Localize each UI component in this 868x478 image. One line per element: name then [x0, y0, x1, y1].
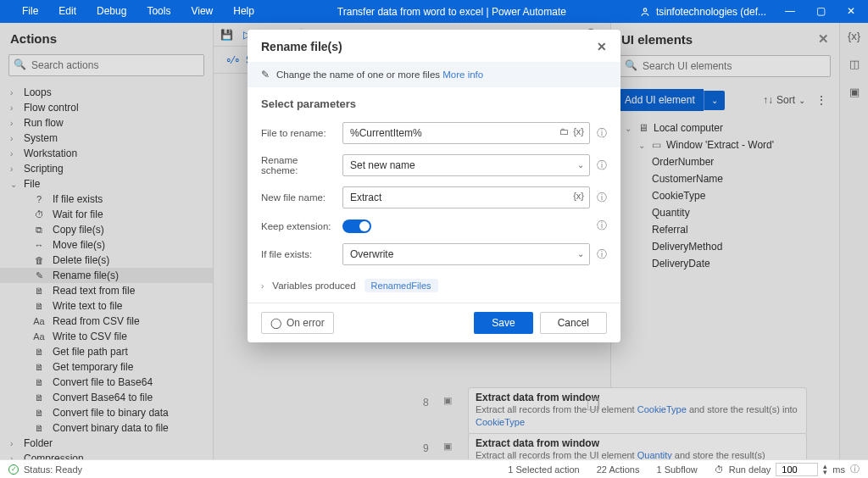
label-keep-extension: Keep extension:	[261, 221, 336, 231]
menu-file[interactable]: File	[12, 0, 48, 23]
label-new-file-name: New file name:	[261, 192, 336, 203]
menu-tools[interactable]: Tools	[136, 0, 181, 23]
status-selected: 1 Selected action	[508, 464, 579, 475]
modal-overlay: Rename file(s) ✕ ✎ Change the name of on…	[0, 23, 868, 459]
window-title: Transfer data from word to excel | Power…	[264, 6, 639, 18]
chevron-down-icon: ⌄	[577, 160, 584, 170]
info-icon[interactable]: ⓘ	[597, 191, 607, 205]
close-icon[interactable]: ✕	[597, 40, 607, 53]
menu-help[interactable]: Help	[223, 0, 264, 23]
window-maximize[interactable]: ▢	[809, 0, 832, 23]
dialog-title: Rename file(s)	[261, 40, 342, 53]
rundelay-unit: ms	[832, 464, 845, 475]
rundelay-icon: ⏱	[715, 464, 724, 475]
window-minimize[interactable]: —	[778, 0, 802, 23]
save-button[interactable]: Save	[474, 312, 532, 334]
status-subflows: 1 Subflow	[656, 464, 697, 475]
info-icon[interactable]: ⓘ	[597, 126, 607, 141]
rename-files-dialog: Rename file(s) ✕ ✎ Change the name of on…	[248, 30, 620, 342]
menu-edit[interactable]: Edit	[48, 0, 86, 23]
svg-point-0	[643, 8, 647, 10]
menu-debug[interactable]: Debug	[86, 0, 136, 23]
variable-icon[interactable]: {x}	[573, 191, 584, 201]
variable-chip-renamedfiles[interactable]: RenamedFiles	[364, 279, 438, 292]
info-icon[interactable]: ⓘ	[597, 219, 607, 233]
shield-icon: ◯	[270, 317, 281, 329]
rename-scheme-select[interactable]: Set new name⌄	[342, 154, 590, 176]
if-file-exists-select[interactable]: Overwrite⌄	[342, 243, 590, 265]
file-to-rename-input[interactable]: %CurrentItem% 🗀 {x}	[342, 122, 590, 144]
status-ready: Status: Ready	[24, 464, 82, 475]
more-info-link[interactable]: More info	[442, 69, 483, 80]
menu-view[interactable]: View	[181, 0, 223, 23]
status-bar: ✓Status: Ready 1 Selected action 22 Acti…	[0, 459, 868, 478]
variable-icon[interactable]: {x}	[573, 126, 584, 136]
account-picker[interactable]: tsinfotechnologies (def...	[639, 6, 771, 18]
rundelay-input[interactable]	[776, 463, 818, 476]
new-file-name-input[interactable]: Extract {x}	[342, 186, 590, 208]
cancel-button[interactable]: Cancel	[540, 312, 607, 334]
info-icon[interactable]: ⓘ	[597, 247, 607, 262]
chevron-right-icon[interactable]: ›	[261, 281, 264, 291]
ok-icon: ✓	[8, 464, 19, 475]
chevron-down-icon: ⌄	[577, 249, 584, 258]
status-info-icon[interactable]: ⓘ	[850, 463, 860, 475]
file-picker-icon[interactable]: 🗀	[559, 126, 569, 136]
section-header: Select parameters	[261, 97, 607, 117]
label-rename-scheme: Rename scheme:	[261, 155, 336, 175]
stepper-icon[interactable]: ▴▾	[823, 464, 827, 475]
variables-produced-label[interactable]: Variables produced	[272, 281, 355, 291]
label-if-file-exists: If file exists:	[261, 249, 336, 259]
on-error-button[interactable]: ◯On error	[261, 312, 334, 334]
status-actions: 22 Actions	[597, 464, 640, 475]
label-file-to-rename: File to rename:	[261, 128, 336, 138]
account-label: tsinfotechnologies (def...	[656, 6, 766, 18]
dialog-help: Change the name of one or more files Mor…	[276, 69, 483, 80]
menu-bar: File Edit Debug Tools View Help	[0, 0, 264, 23]
keep-extension-toggle[interactable]	[342, 220, 371, 233]
title-bar: File Edit Debug Tools View Help Transfer…	[0, 0, 868, 23]
window-close[interactable]: ✕	[839, 0, 863, 23]
rename-icon: ✎	[261, 69, 270, 81]
info-icon[interactable]: ⓘ	[597, 158, 607, 173]
rundelay-label: Run delay	[729, 464, 771, 475]
